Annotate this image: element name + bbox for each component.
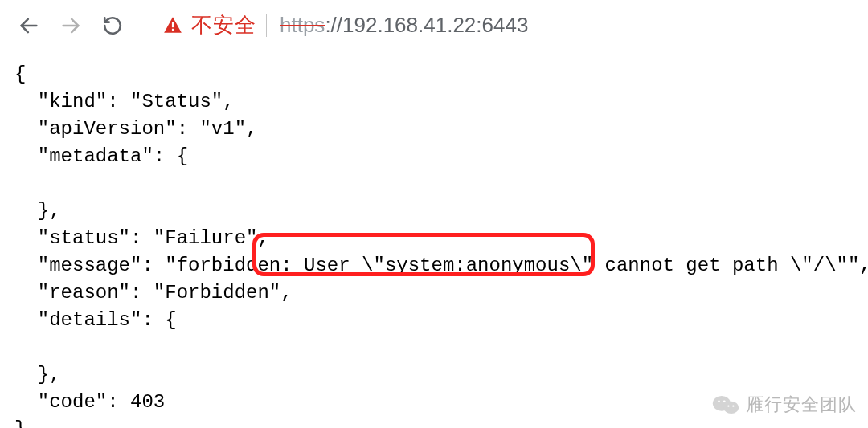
json-line: "message": "forbidden: User \"system:ano…: [14, 252, 854, 279]
svg-point-8: [727, 406, 729, 407]
json-line: },: [14, 198, 854, 225]
not-secure-label: 不安全: [191, 11, 256, 39]
json-line: [14, 170, 854, 198]
watermark: 雁行安全团队: [712, 393, 857, 417]
warning-icon: [162, 15, 183, 36]
url-display: https://192.168.41.22:6443: [280, 13, 528, 38]
json-line: "metadata": {: [14, 143, 854, 170]
wechat-icon: [712, 393, 739, 416]
address-bar[interactable]: 不安全 https://192.168.41.22:6443: [151, 8, 857, 43]
json-line: "apiVersion": "v1",: [14, 116, 854, 143]
back-button[interactable]: [11, 8, 47, 43]
svg-point-7: [723, 400, 726, 402]
forward-button[interactable]: [53, 8, 88, 43]
url-scheme: https: [280, 13, 325, 37]
watermark-text: 雁行安全团队: [746, 393, 857, 417]
reload-icon: [102, 15, 123, 36]
json-line: "status": "Failure",: [14, 225, 854, 252]
reload-button[interactable]: [95, 8, 130, 43]
json-line: "reason": "Forbidden",: [14, 279, 854, 307]
json-line: "details": {: [14, 307, 854, 334]
json-line: {: [14, 61, 854, 88]
addr-divider: [266, 14, 267, 37]
svg-point-6: [718, 400, 720, 402]
arrow-left-icon: [18, 14, 40, 37]
browser-toolbar: 不安全 https://192.168.41.22:6443: [0, 0, 868, 51]
arrow-right-icon: [59, 14, 82, 37]
json-line: },: [14, 361, 854, 389]
response-body: { "kind": "Status", "apiVersion": "v1", …: [0, 51, 868, 428]
svg-rect-3: [172, 28, 174, 30]
json-line: "kind": "Status",: [14, 88, 854, 116]
json-line: [14, 334, 854, 361]
svg-point-9: [732, 406, 734, 407]
svg-rect-2: [172, 22, 174, 27]
json-line: }: [14, 416, 854, 428]
url-rest: ://192.168.41.22:6443: [325, 13, 528, 37]
svg-point-5: [723, 402, 739, 414]
